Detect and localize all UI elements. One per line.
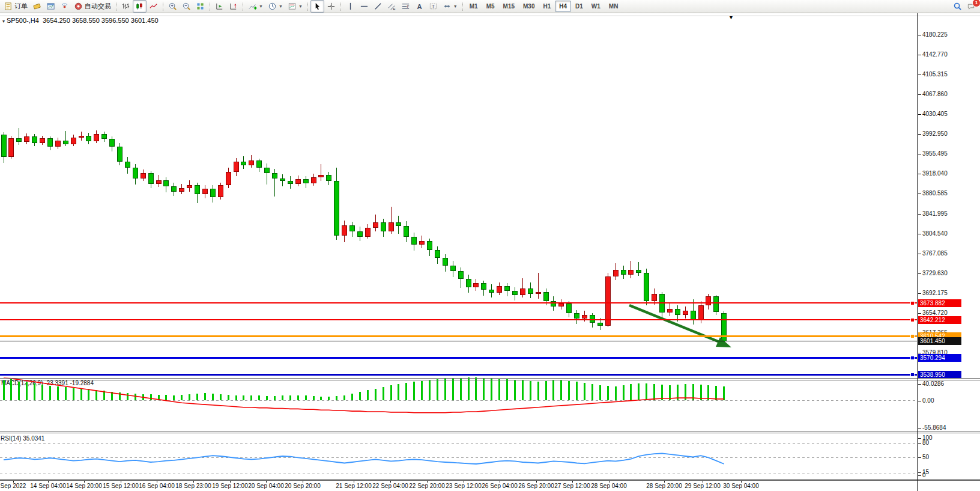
price-axis[interactable]: 4180.2254142.7704105.3154067.8604030.405… — [918, 13, 980, 491]
resistance-line-2[interactable] — [0, 319, 917, 320]
support-line-orange[interactable] — [0, 335, 917, 337]
support-line-blue-1[interactable] — [0, 357, 917, 359]
macd-histogram-bar — [111, 392, 113, 400]
resistance-line-2-handle[interactable] — [910, 318, 915, 322]
macd-histogram-bar — [514, 380, 516, 400]
chart-window-icon — [46, 2, 55, 11]
auto-scroll-button[interactable] — [226, 0, 240, 13]
timeframe-h1-button[interactable]: H1 — [539, 1, 555, 12]
macd-histogram-bar — [483, 378, 485, 400]
macd-histogram-bar — [560, 380, 562, 400]
cursor-button[interactable] — [310, 0, 324, 13]
timeframe-m1-button[interactable]: M1 — [465, 1, 482, 12]
vertical-line-button[interactable] — [343, 0, 357, 13]
macd-histogram-bar — [351, 394, 353, 400]
candle — [528, 288, 533, 294]
candle — [195, 185, 200, 194]
timeframe-m15-button[interactable]: M15 — [499, 1, 519, 12]
shift-end-icon — [215, 2, 224, 11]
line-chart-button[interactable] — [147, 0, 160, 13]
macd-histogram-bar — [57, 386, 59, 400]
auto-scroll-icon — [229, 2, 238, 11]
macd-histogram-bar — [73, 388, 74, 400]
support-line-orange-handle[interactable] — [910, 334, 915, 338]
crosshair-icon — [327, 2, 336, 11]
indicator-lines-overlay — [0, 13, 917, 491]
candle-wick — [267, 163, 267, 184]
timeframe-d1-button[interactable]: D1 — [571, 1, 587, 12]
chart-plot-area[interactable]: ▾SP500-,H4 3654.250 3658.550 3596.550 36… — [0, 13, 917, 491]
macd-histogram-bar — [243, 395, 244, 400]
support-line-blue-1-handle[interactable] — [910, 356, 915, 360]
candle — [280, 178, 285, 181]
templates-button[interactable]: ▼ — [285, 0, 305, 13]
candle — [520, 288, 525, 295]
candle — [303, 179, 309, 183]
periods-button[interactable]: ▼ — [265, 0, 285, 13]
fibonacci-button[interactable]: F — [399, 0, 413, 13]
timeframe-m5-button[interactable]: M5 — [482, 1, 499, 12]
timeframe-m30-button[interactable]: M30 — [519, 1, 539, 12]
timeframe-h4-button[interactable]: H4 — [555, 1, 571, 12]
macd-histogram-bar — [119, 392, 121, 400]
channel-button[interactable]: E — [385, 0, 399, 13]
order-button[interactable]: 订单 — [1, 0, 30, 13]
chart-title: ▾SP500-,H4 3654.250 3658.550 3596.550 36… — [2, 17, 159, 24]
candle — [489, 290, 494, 293]
toolbar-separator — [307, 2, 308, 11]
macd-zero-line — [0, 400, 917, 401]
resistance-line-1[interactable] — [0, 302, 917, 303]
candle — [171, 186, 177, 192]
text-label-button[interactable]: T — [426, 0, 440, 13]
macd-histogram-bar — [452, 378, 454, 400]
macd-histogram-bar — [165, 395, 167, 400]
candle — [675, 309, 680, 316]
support-line-blue-2[interactable] — [0, 374, 917, 376]
time-axis[interactable]: Sep 202214 Sep 04:0014 Sep 20:0015 Sep 1… — [0, 480, 917, 491]
resistance-line-1-handle[interactable] — [910, 301, 915, 305]
macd-histogram-bar — [475, 377, 477, 400]
price-tick-label: 4030.405 — [922, 111, 948, 117]
macd-histogram-bar — [158, 395, 160, 400]
indicators-button[interactable]: ▼ — [246, 0, 265, 13]
timeframe-w1-button[interactable]: W1 — [587, 1, 605, 12]
signal-button[interactable] — [58, 0, 71, 13]
candle — [481, 283, 486, 290]
support-line-blue-2-handle[interactable] — [910, 373, 915, 377]
timeframe-mn-button[interactable]: MN — [605, 1, 623, 12]
crosshair-button[interactable] — [324, 0, 338, 13]
candle — [226, 172, 231, 185]
price-axis-border — [917, 13, 918, 491]
trendline-button[interactable] — [371, 0, 385, 13]
zoom-in-icon — [168, 2, 177, 11]
toolbar-separator — [462, 2, 463, 11]
search-button[interactable] — [951, 0, 964, 13]
cursor-icon — [313, 2, 322, 11]
chart-window-button[interactable] — [44, 0, 58, 13]
toolbar-right: 1 — [951, 0, 978, 13]
macd-histogram-bar — [95, 390, 97, 400]
zoom-in-button[interactable] — [166, 0, 180, 13]
time-tick-label: 23 Sep 12:00 — [446, 483, 482, 489]
support-line-blue-1-price-label: 3570.294 — [918, 354, 961, 362]
macd-histogram-bar — [468, 377, 470, 400]
shapes-button[interactable]: ▼ — [440, 0, 460, 13]
bar-chart-button[interactable] — [119, 0, 133, 13]
new-order-button[interactable] — [30, 0, 44, 13]
horizontal-line-button[interactable] — [357, 0, 371, 13]
candlestick-button[interactable] — [133, 0, 147, 13]
chart-shift-button[interactable] — [213, 0, 226, 13]
rsi-level-line — [0, 457, 917, 458]
macd-histogram-bar — [189, 394, 190, 400]
zoom-out-button[interactable] — [180, 0, 193, 13]
current-price-line[interactable] — [0, 341, 917, 341]
time-tick-label: 29 Sep 12:00 — [685, 483, 721, 489]
autotrade-button[interactable]: 自动交易 — [71, 0, 113, 13]
text-button[interactable]: A — [413, 0, 426, 13]
candle — [404, 226, 409, 237]
candle — [574, 313, 579, 319]
label-icon: T — [429, 2, 438, 11]
price-tick-label: 3880.585 — [922, 190, 948, 197]
tile-windows-button[interactable] — [193, 0, 207, 13]
price-tick-label: 4067.860 — [922, 91, 948, 97]
